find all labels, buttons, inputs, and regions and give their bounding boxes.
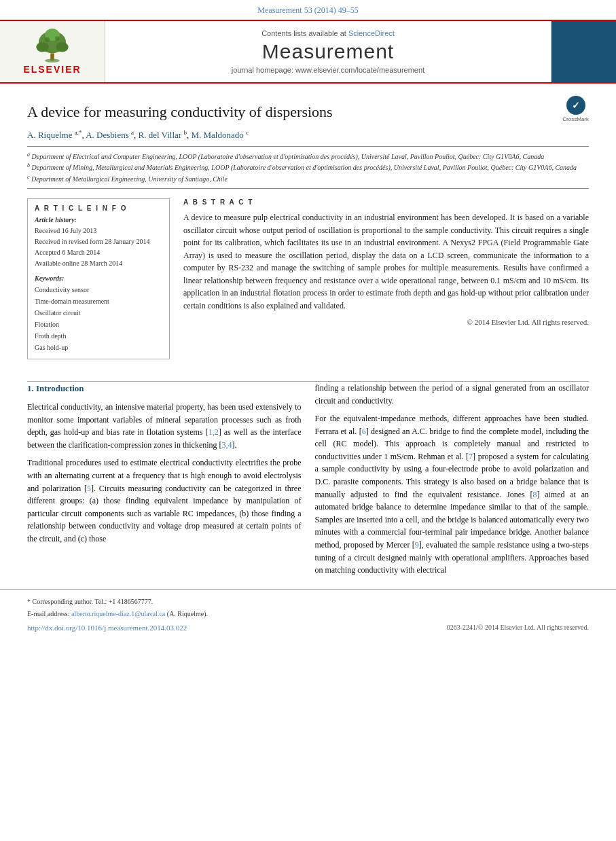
right-para-2: For the equivalent-impedance methods, di…: [315, 412, 590, 577]
elsevier-wordmark: ELSEVIER: [23, 64, 81, 75]
ref-1[interactable]: 1,2: [209, 427, 219, 437]
ref-9[interactable]: 9: [415, 540, 419, 550]
body-right-col: finding a relationship between the perio…: [315, 382, 590, 582]
svg-point-4: [56, 42, 68, 52]
sciencedirect-link[interactable]: ScienceDirect: [348, 29, 395, 37]
affiliation-c: c Department of Metallurgical Engineerin…: [27, 173, 589, 184]
author-delvillar-sup: b: [183, 129, 187, 136]
article-info-box: A R T I C L E I N F O Article history: R…: [27, 198, 170, 359]
affiliation-a: a Department of Electrical and Computer …: [27, 151, 589, 162]
article-info-section-label: A R T I C L E I N F O: [35, 204, 162, 212]
svg-point-7: [55, 36, 59, 40]
keyword-time-domain: Time-domain measurement: [35, 296, 162, 307]
paper-title-row: A device for measuring conductivity of d…: [27, 96, 589, 129]
affiliation-c-text: Department of Metallurgical Engineering,…: [31, 175, 228, 183]
footnote-line: * Corresponding author. Tel.: +1 4186567…: [27, 596, 589, 607]
footnote-text: * Corresponding author. Tel.: +1 4186567…: [27, 598, 153, 605]
ref-5[interactable]: 5: [87, 484, 91, 493]
right-para-1: finding a relationship between the perio…: [315, 382, 590, 407]
author-delvillar[interactable]: R. del Villar: [139, 130, 182, 140]
footer-bottom: http://dx.doi.org/10.1016/j.measurement.…: [27, 624, 589, 632]
history-accepted: Accepted 6 March 2014: [35, 247, 162, 258]
body-section: 1. Introduction Electrical conductivity,…: [0, 382, 616, 582]
author-riquelme[interactable]: A. Riquelme: [27, 130, 72, 140]
main-content: A device for measuring conductivity of d…: [0, 84, 616, 381]
footer-area: * Corresponding author. Tel.: +1 4186567…: [0, 589, 616, 637]
doi-url-text: http://dx.doi.org/10.1016/j.measurement.…: [27, 624, 187, 632]
keyword-conductivity: Conductivity sensor: [35, 284, 162, 296]
affiliation-b-text: Department of Mining, Metallurgical and …: [32, 164, 577, 172]
article-history-label: Article history:: [35, 216, 162, 223]
affiliation-a-text: Department of Electrical and Computer En…: [32, 153, 545, 160]
contents-prefix: Contents lists available at: [261, 29, 348, 37]
abstract-section-label: A B S T R A C T: [183, 198, 589, 206]
history-received: Received 16 July 2013: [35, 226, 162, 236]
abstract-col: A B S T R A C T A device to measure pulp…: [183, 198, 589, 368]
svg-point-6: [45, 37, 50, 42]
email-suffix: (A. Riquelme).: [165, 610, 208, 618]
authors-line: A. Riquelme a,*, A. Desbiens a, R. del V…: [27, 129, 589, 141]
svg-point-1: [45, 59, 60, 62]
journal-homepage-line: journal homepage: www.elsevier.com/locat…: [232, 66, 424, 74]
intro-section-title: 1. Introduction: [27, 382, 302, 395]
article-info-abstract-row: A R T I C L E I N F O Article history: R…: [27, 198, 589, 368]
doi-link[interactable]: http://dx.doi.org/10.1016/j.measurement.…: [27, 624, 187, 632]
email-address[interactable]: alberto.riquelme-diaz.1@ulaval.ca: [71, 610, 165, 618]
keyword-gas: Gas hold-up: [35, 342, 162, 353]
keywords-label: Keywords:: [35, 274, 162, 282]
journal-header-center: Contents lists available at ScienceDirec…: [105, 21, 551, 82]
homepage-prefix: journal homepage:: [232, 66, 295, 74]
email-label: E-mail address:: [27, 610, 71, 618]
body-left-col: 1. Introduction Electrical conductivity,…: [27, 382, 302, 582]
affiliation-b: b Department of Mining, Metallurgical an…: [27, 162, 589, 173]
crossmark-label: CrossMark: [562, 116, 589, 122]
paper-title: A device for measuring conductivity of d…: [27, 103, 333, 122]
citation-text: Measurement 53 (2014) 49–55: [257, 5, 358, 15]
elsevier-logo-area: ELSEVIER: [0, 21, 105, 82]
ref-2[interactable]: 3,4: [222, 440, 232, 450]
ref-6[interactable]: 6: [362, 427, 366, 436]
ref-8[interactable]: 8: [532, 490, 537, 499]
keyword-oscillator: Oscillator circuit: [35, 307, 162, 319]
contents-line: Contents lists available at ScienceDirec…: [261, 29, 395, 37]
affiliations-block: a Department of Electrical and Computer …: [27, 146, 589, 189]
author-riquelme-sup: a,*: [75, 129, 82, 136]
history-online: Available online 28 March 2014: [35, 258, 162, 269]
keyword-froth: Froth depth: [35, 330, 162, 342]
elsevier-tree-icon: [32, 29, 73, 62]
author-maldonado-sup: c: [246, 129, 249, 136]
crossmark-icon: ✓: [566, 96, 585, 115]
author-desbiens-sup: a: [131, 129, 134, 136]
elsevier-logo: ELSEVIER: [23, 29, 81, 75]
ref-7[interactable]: 7: [469, 452, 473, 461]
history-revised: Received in revised form 28 January 2014: [35, 236, 162, 247]
article-info-col: A R T I C L E I N F O Article history: R…: [27, 198, 170, 368]
homepage-url[interactable]: www.elsevier.com/locate/measurement: [295, 66, 424, 74]
crossmark-badge[interactable]: ✓ CrossMark: [562, 96, 589, 122]
journal-header-right-decoration: [551, 21, 616, 82]
intro-para-1: Electrical conductivity, an intensive ma…: [27, 401, 302, 451]
email-line: E-mail address: alberto.riquelme-diaz.1@…: [27, 609, 589, 620]
author-desbiens[interactable]: A. Desbiens: [86, 130, 129, 140]
abstract-text: A device to measure pulp electrical cond…: [183, 211, 589, 312]
author-maldonado[interactable]: M. Maldonado: [191, 130, 243, 140]
svg-point-3: [36, 42, 48, 52]
journal-title: Measurement: [262, 40, 394, 63]
keyword-flotation: Flotation: [35, 319, 162, 330]
citation-line: Measurement 53 (2014) 49–55: [0, 0, 616, 20]
copyright-line: © 2014 Elsevier Ltd. All rights reserved…: [183, 318, 589, 326]
footer-copyright: 0263-2241/© 2014 Elsevier Ltd. All right…: [447, 624, 589, 631]
journal-header: ELSEVIER Contents lists available at Sci…: [0, 20, 616, 84]
intro-para-2: Traditional procedures used to estimate …: [27, 457, 302, 545]
